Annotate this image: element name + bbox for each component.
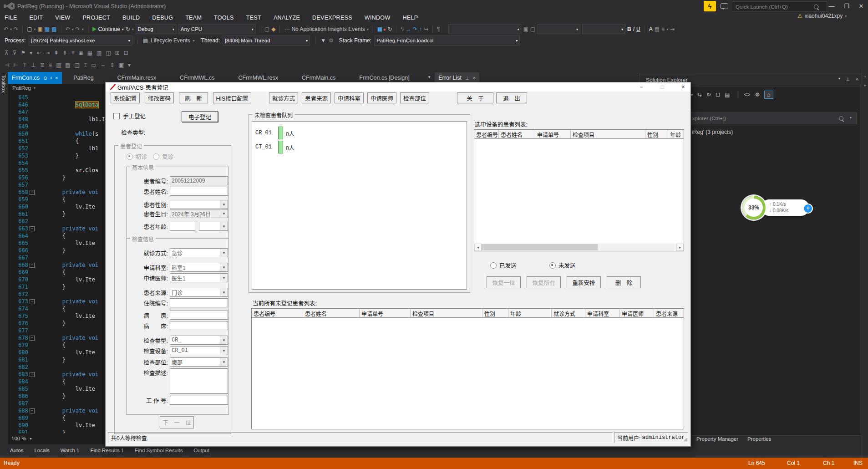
bold-icon[interactable]: B bbox=[627, 26, 631, 32]
queue-action-button[interactable]: 恢复一位 bbox=[487, 276, 521, 288]
step-over-icon[interactable]: ↷ bbox=[413, 26, 417, 32]
column-header[interactable]: 患者编号 bbox=[252, 309, 303, 317]
queue-item[interactable]: CR_01 0人 bbox=[252, 124, 467, 138]
error-list-close-icon[interactable]: × bbox=[473, 75, 476, 81]
boost-button[interactable]: + bbox=[803, 204, 813, 214]
electronic-registration-button[interactable]: 电子登记 bbox=[182, 111, 218, 122]
dialog-toolbar-button[interactable]: 申请医师 bbox=[367, 92, 396, 103]
menu-item[interactable]: FILE bbox=[5, 15, 17, 21]
layout-toolbar-icon[interactable]: ⊤ bbox=[22, 62, 27, 68]
tool-window-tab[interactable]: Find Symbol Results bbox=[135, 448, 183, 453]
pause-icon[interactable]: ▮▮ bbox=[377, 26, 381, 32]
solution-platform-select[interactable]: Any CPU▾ bbox=[178, 24, 256, 34]
document-tab[interactable]: FrmCon.cs ⊖ + × bbox=[8, 72, 62, 84]
editor-toolbar-icon[interactable]: ≣ bbox=[79, 50, 83, 56]
hot-reload-dropdown-icon[interactable]: ▾ bbox=[132, 27, 134, 31]
solution-tree-item[interactable]: iReg' (3 projects) bbox=[692, 129, 733, 135]
se-collapse-all-icon[interactable]: ⊟ bbox=[716, 92, 720, 98]
se-settings-icon[interactable]: ⚙ bbox=[755, 92, 760, 98]
strip-icon-2[interactable]: ▸ bbox=[862, 83, 868, 87]
small-box-icon-a[interactable]: ▣ bbox=[523, 26, 528, 32]
selected-table-hscrollbar[interactable]: ◂ ▸ bbox=[474, 244, 684, 251]
editor-toolbar-icon[interactable]: ≡ bbox=[71, 50, 75, 56]
patient-birthday-select[interactable]: 2024年 3月26日▼ bbox=[170, 209, 228, 218]
layout-toolbar-icon[interactable]: ◫ bbox=[75, 62, 80, 68]
exam-type-select[interactable]: CR_▼ bbox=[170, 336, 228, 345]
visit-type-select[interactable]: 急诊▼ bbox=[170, 248, 228, 257]
scroll-right-icon[interactable]: ▸ bbox=[676, 244, 684, 251]
editor-toolbar-icon[interactable]: ⊼ bbox=[5, 50, 9, 56]
editor-toolbar-icon[interactable]: ⇤ bbox=[36, 50, 41, 56]
toolbox-side-tab[interactable]: Toolbox bbox=[0, 72, 8, 458]
zoom-dropdown-icon[interactable]: ▾ bbox=[30, 437, 32, 441]
unsent-radio[interactable] bbox=[549, 262, 556, 269]
sent-radio[interactable] bbox=[490, 262, 497, 269]
next-patient-button[interactable]: 下 一 位 bbox=[160, 416, 194, 428]
right-panel-tab[interactable]: Property Manager bbox=[696, 436, 738, 442]
font-color-icon[interactable]: A bbox=[649, 26, 653, 32]
user-account[interactable]: ⚠ xiaohui0421xpy ▾ bbox=[797, 13, 847, 19]
step-out-icon[interactable]: ↑ bbox=[419, 26, 422, 32]
dialog-maximize-icon[interactable]: □ bbox=[655, 83, 669, 91]
small-box-icon-b[interactable]: ▢ bbox=[530, 26, 535, 32]
se-home-icon[interactable]: ⌂ bbox=[764, 91, 773, 99]
menu-item[interactable]: VIEW bbox=[55, 15, 70, 21]
tool-window-tab[interactable]: Locals bbox=[34, 448, 49, 453]
panel-close-icon[interactable]: × bbox=[856, 76, 858, 82]
stack-frame-select[interactable]: PatiReg.FrmCon.loadcol▾ bbox=[374, 36, 520, 46]
layout-toolbar-icon[interactable]: ⇕ bbox=[110, 62, 114, 68]
save-all-icon[interactable]: ▩ bbox=[51, 26, 56, 32]
return-visit-radio[interactable] bbox=[153, 153, 159, 160]
manual-registration-checkbox[interactable] bbox=[113, 113, 120, 119]
dialog-close-icon[interactable]: × bbox=[676, 83, 690, 91]
memory-gauge[interactable]: 33% bbox=[742, 196, 766, 219]
column-header[interactable]: 申请医师 bbox=[620, 309, 654, 317]
editor-toolbar-icon[interactable]: ◫ bbox=[106, 50, 111, 56]
column-header[interactable]: 患者姓名 bbox=[499, 130, 535, 138]
patient-name-input[interactable] bbox=[170, 187, 228, 196]
thread-select[interactable]: [8408] Main Thread▾ bbox=[223, 36, 310, 46]
open-file-icon[interactable]: ▣ bbox=[38, 26, 43, 32]
dialog-toolbar-button[interactable]: 检查部位 bbox=[400, 92, 429, 103]
layout-toolbar-icon[interactable]: ▭ bbox=[91, 62, 96, 68]
back-dropdown-icon[interactable]: ▾ bbox=[10, 27, 12, 31]
toolbar-combo-2[interactable]: ▾ bbox=[537, 24, 580, 34]
navigate-forward-icon[interactable]: ↷ bbox=[14, 26, 18, 32]
editor-toolbar-icon[interactable]: ⊟ bbox=[124, 50, 128, 56]
layout-toolbar-icon[interactable]: ⊢ bbox=[13, 62, 18, 68]
column-header[interactable]: 患者编号 bbox=[474, 130, 499, 138]
se-properties-pages-icon[interactable]: ▤ bbox=[725, 92, 730, 98]
highlight-icon[interactable]: ▤ bbox=[655, 26, 660, 32]
se-dropdown-icon[interactable]: ▾ bbox=[691, 93, 693, 97]
menu-item[interactable]: EDIT bbox=[30, 15, 43, 21]
column-header[interactable]: 检查项目 bbox=[571, 130, 645, 138]
patient-source-select[interactable]: 门诊▼ bbox=[170, 288, 228, 297]
align-dropdown-icon[interactable]: ▾ bbox=[666, 27, 668, 31]
column-header[interactable]: 性别 bbox=[482, 309, 508, 317]
show-next-statement-icon[interactable]: ϟ bbox=[401, 26, 403, 32]
layout-toolbar-icon[interactable]: ▤ bbox=[65, 62, 70, 68]
attach-icon[interactable]: ◆ bbox=[271, 26, 275, 32]
editor-toolbar-icon[interactable]: ⚑ bbox=[21, 50, 26, 56]
resize-grip[interactable]: ◢ bbox=[684, 436, 687, 442]
new-file-dropdown-icon[interactable]: ▾ bbox=[34, 27, 36, 31]
layout-toolbar-icon[interactable]: ≡ bbox=[49, 62, 52, 68]
column-header[interactable]: 年龄 bbox=[668, 130, 684, 138]
patient-age-unit-select[interactable]: ▼ bbox=[199, 222, 228, 231]
editor-toolbar-icon[interactable]: ▤ bbox=[87, 50, 92, 56]
process-select[interactable]: [29724] PatiReg.vshost.exe▾ bbox=[29, 36, 132, 46]
layout-toolbar-icon[interactable]: ⌶ bbox=[84, 62, 87, 68]
feedback-flash-icon[interactable]: ϟ bbox=[704, 1, 716, 11]
flag-threads-icon[interactable]: ⚙ bbox=[329, 37, 334, 44]
exam-desc-textarea[interactable] bbox=[170, 368, 228, 394]
tab-lock-icon[interactable]: ⊖ bbox=[43, 76, 47, 81]
tab-close-icon[interactable]: × bbox=[55, 76, 58, 81]
menu-item[interactable]: TOOLS bbox=[214, 15, 234, 21]
layout-toolbar-icon[interactable]: ▣ bbox=[119, 62, 124, 68]
request-doctor-select[interactable]: 医生1▼ bbox=[170, 273, 228, 282]
se-refresh-icon[interactable]: ↻ bbox=[706, 92, 711, 98]
se-search-dropdown-icon[interactable]: ▾ bbox=[850, 116, 852, 120]
error-list-pin-icon[interactable]: ⊥ bbox=[465, 76, 469, 81]
dialog-toolbar-button[interactable]: 关 于 bbox=[457, 92, 493, 103]
menu-item[interactable]: BUILD bbox=[122, 15, 140, 21]
